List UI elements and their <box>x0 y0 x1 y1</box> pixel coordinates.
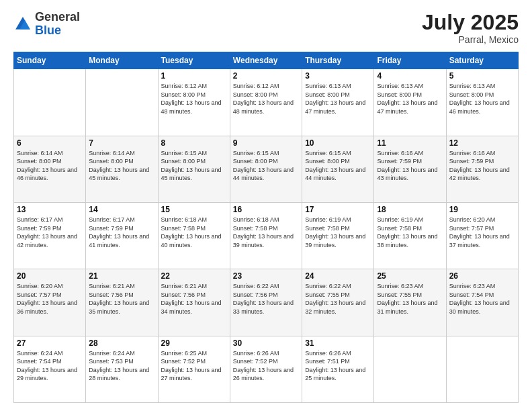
day-info: Sunrise: 6:12 AM Sunset: 8:00 PM Dayligh… <box>161 82 227 116</box>
table-row: 15 Sunrise: 6:18 AM Sunset: 7:58 PM Dayl… <box>158 202 230 269</box>
sunset-text: Sunset: 7:58 PM <box>305 224 371 233</box>
day-info: Sunrise: 6:18 AM Sunset: 7:58 PM Dayligh… <box>233 216 299 249</box>
daylight-text: Daylight: 13 hours and 43 minutes. <box>377 166 443 183</box>
daylight-text: Daylight: 13 hours and 29 minutes. <box>17 366 83 383</box>
day-info: Sunrise: 6:13 AM Sunset: 8:00 PM Dayligh… <box>449 82 515 116</box>
table-row: 24 Sunrise: 6:22 AM Sunset: 7:55 PM Dayl… <box>302 269 374 336</box>
col-tuesday: Tuesday <box>158 52 230 69</box>
week-row-1: 1 Sunrise: 6:12 AM Sunset: 8:00 PM Dayli… <box>14 69 519 136</box>
daylight-text: Daylight: 13 hours and 39 minutes. <box>305 232 371 249</box>
sunset-text: Sunset: 8:00 PM <box>449 91 515 99</box>
daylight-text: Daylight: 13 hours and 48 minutes. <box>233 99 299 116</box>
table-row: 6 Sunrise: 6:14 AM Sunset: 8:00 PM Dayli… <box>14 136 86 202</box>
sunrise-text: Sunrise: 6:23 AM <box>377 282 443 291</box>
sunrise-text: Sunrise: 6:21 AM <box>161 282 227 291</box>
col-saturday: Saturday <box>446 52 518 69</box>
table-row: 23 Sunrise: 6:22 AM Sunset: 7:56 PM Dayl… <box>230 269 302 336</box>
sunrise-text: Sunrise: 6:12 AM <box>161 82 227 91</box>
daylight-text: Daylight: 13 hours and 46 minutes. <box>449 99 515 116</box>
daylight-text: Daylight: 13 hours and 46 minutes. <box>17 166 83 183</box>
table-row: 10 Sunrise: 6:15 AM Sunset: 8:00 PM Dayl… <box>302 136 374 202</box>
day-number: 29 <box>161 338 227 348</box>
calendar-table: Sunday Monday Tuesday Wednesday Thursday… <box>13 52 519 403</box>
table-row: 16 Sunrise: 6:18 AM Sunset: 7:58 PM Dayl… <box>230 202 302 269</box>
sunrise-text: Sunrise: 6:15 AM <box>161 149 227 158</box>
day-number: 18 <box>377 205 443 214</box>
sunrise-text: Sunrise: 6:22 AM <box>233 282 299 291</box>
day-info: Sunrise: 6:14 AM Sunset: 8:00 PM Dayligh… <box>17 149 83 183</box>
month-year: July 2025 <box>422 11 519 34</box>
table-row <box>14 69 86 136</box>
day-info: Sunrise: 6:15 AM Sunset: 8:00 PM Dayligh… <box>161 149 227 183</box>
week-row-2: 6 Sunrise: 6:14 AM Sunset: 8:00 PM Dayli… <box>14 136 519 202</box>
sunrise-text: Sunrise: 6:12 AM <box>233 82 299 91</box>
table-row: 1 Sunrise: 6:12 AM Sunset: 8:00 PM Dayli… <box>158 69 230 136</box>
table-row: 2 Sunrise: 6:12 AM Sunset: 8:00 PM Dayli… <box>230 69 302 136</box>
sunrise-text: Sunrise: 6:14 AM <box>89 149 154 158</box>
day-number: 8 <box>161 138 227 148</box>
week-row-4: 20 Sunrise: 6:20 AM Sunset: 7:57 PM Dayl… <box>14 269 519 336</box>
table-row: 20 Sunrise: 6:20 AM Sunset: 7:57 PM Dayl… <box>14 269 86 336</box>
sunrise-text: Sunrise: 6:16 AM <box>377 149 443 158</box>
day-number: 21 <box>89 271 154 281</box>
table-row: 22 Sunrise: 6:21 AM Sunset: 7:56 PM Dayl… <box>158 269 230 336</box>
day-info: Sunrise: 6:15 AM Sunset: 8:00 PM Dayligh… <box>233 149 299 183</box>
sunset-text: Sunset: 8:00 PM <box>89 157 154 166</box>
day-number: 15 <box>161 205 227 214</box>
sunset-text: Sunset: 7:54 PM <box>449 291 515 300</box>
day-number: 28 <box>89 338 154 348</box>
sunrise-text: Sunrise: 6:16 AM <box>449 149 515 158</box>
sunset-text: Sunset: 7:58 PM <box>377 224 443 233</box>
day-number: 9 <box>233 138 299 148</box>
sunset-text: Sunset: 7:57 PM <box>449 224 515 233</box>
sunset-text: Sunset: 7:59 PM <box>449 157 515 166</box>
table-row <box>446 336 518 402</box>
table-row: 27 Sunrise: 6:24 AM Sunset: 7:54 PM Dayl… <box>14 336 86 402</box>
week-row-3: 13 Sunrise: 6:17 AM Sunset: 7:59 PM Dayl… <box>14 202 519 269</box>
daylight-text: Daylight: 13 hours and 39 minutes. <box>233 232 299 249</box>
daylight-text: Daylight: 13 hours and 31 minutes. <box>377 299 443 316</box>
sunset-text: Sunset: 7:53 PM <box>89 357 154 366</box>
day-number: 17 <box>305 205 371 214</box>
sunrise-text: Sunrise: 6:22 AM <box>305 282 371 291</box>
day-info: Sunrise: 6:15 AM Sunset: 8:00 PM Dayligh… <box>305 149 371 183</box>
col-wednesday: Wednesday <box>230 52 302 69</box>
daylight-text: Daylight: 13 hours and 25 minutes. <box>305 366 371 383</box>
daylight-text: Daylight: 13 hours and 30 minutes. <box>449 299 515 316</box>
sunrise-text: Sunrise: 6:17 AM <box>17 216 83 224</box>
table-row: 13 Sunrise: 6:17 AM Sunset: 7:59 PM Dayl… <box>14 202 86 269</box>
day-info: Sunrise: 6:24 AM Sunset: 7:54 PM Dayligh… <box>17 349 83 383</box>
sunrise-text: Sunrise: 6:13 AM <box>449 82 515 91</box>
day-number: 14 <box>89 205 154 214</box>
sunrise-text: Sunrise: 6:24 AM <box>89 349 154 358</box>
daylight-text: Daylight: 13 hours and 35 minutes. <box>89 299 154 316</box>
table-row: 11 Sunrise: 6:16 AM Sunset: 7:59 PM Dayl… <box>374 136 446 202</box>
col-friday: Friday <box>374 52 446 69</box>
table-row: 12 Sunrise: 6:16 AM Sunset: 7:59 PM Dayl… <box>446 136 518 202</box>
daylight-text: Daylight: 13 hours and 42 minutes. <box>449 166 515 183</box>
location: Parral, Mexico <box>422 34 519 45</box>
daylight-text: Daylight: 13 hours and 33 minutes. <box>233 299 299 316</box>
table-row: 21 Sunrise: 6:21 AM Sunset: 7:56 PM Dayl… <box>86 269 158 336</box>
day-number: 20 <box>17 271 83 281</box>
sunrise-text: Sunrise: 6:20 AM <box>17 282 83 291</box>
table-row: 19 Sunrise: 6:20 AM Sunset: 7:57 PM Dayl… <box>446 202 518 269</box>
table-row: 9 Sunrise: 6:15 AM Sunset: 8:00 PM Dayli… <box>230 136 302 202</box>
daylight-text: Daylight: 13 hours and 45 minutes. <box>161 166 227 183</box>
day-number: 23 <box>233 271 299 281</box>
sunset-text: Sunset: 7:52 PM <box>161 357 227 366</box>
sunrise-text: Sunrise: 6:20 AM <box>449 216 515 224</box>
week-row-5: 27 Sunrise: 6:24 AM Sunset: 7:54 PM Dayl… <box>14 336 519 402</box>
sunset-text: Sunset: 8:00 PM <box>377 91 443 99</box>
table-row: 17 Sunrise: 6:19 AM Sunset: 7:58 PM Dayl… <box>302 202 374 269</box>
day-info: Sunrise: 6:19 AM Sunset: 7:58 PM Dayligh… <box>305 216 371 249</box>
logo-general: General <box>35 10 80 24</box>
sunset-text: Sunset: 7:55 PM <box>377 291 443 300</box>
day-info: Sunrise: 6:19 AM Sunset: 7:58 PM Dayligh… <box>377 216 443 249</box>
day-info: Sunrise: 6:20 AM Sunset: 7:57 PM Dayligh… <box>449 216 515 249</box>
day-info: Sunrise: 6:22 AM Sunset: 7:55 PM Dayligh… <box>305 282 371 316</box>
sunset-text: Sunset: 8:00 PM <box>305 157 371 166</box>
logo-icon <box>13 15 32 34</box>
daylight-text: Daylight: 13 hours and 40 minutes. <box>161 232 227 249</box>
sunrise-text: Sunrise: 6:13 AM <box>377 82 443 91</box>
